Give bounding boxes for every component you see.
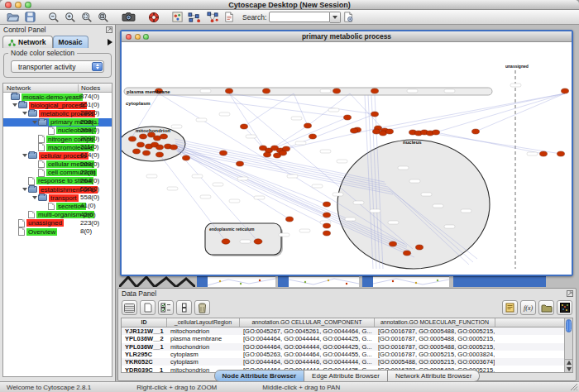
collapse-arrow-icon[interactable] <box>22 154 28 157</box>
cell-id: YJR121W__1 <box>122 327 167 335</box>
tree-row-response-to-stimulus[interactable]: response to stimul264(0) <box>3 177 112 185</box>
collapse-arrow-icon[interactable] <box>32 196 38 199</box>
unassigned-label: unassigned <box>505 64 529 69</box>
tree-row-nucleobase[interactable]: nucleobase-209(0) <box>3 127 112 135</box>
matrix-view-icon[interactable] <box>557 300 572 315</box>
vizmapper-icon[interactable] <box>170 10 185 24</box>
tree-row-cellular-process[interactable]: cellular process614(0) <box>3 151 112 160</box>
cell-region: plasma membrane <box>167 335 240 342</box>
network-file-icon <box>38 169 45 177</box>
network-canvas[interactable]: plasma membrane cytoplasm mitochondrion … <box>122 42 572 275</box>
view-zoom-button[interactable] <box>143 34 149 40</box>
select-all-attributes-icon[interactable] <box>158 300 174 315</box>
column-header-molecular-function[interactable]: annotation.GO MOLECULAR_FUNCTION <box>375 318 495 327</box>
table-vertical-scrollbar[interactable] <box>564 318 572 372</box>
background-window-fragment[interactable] <box>119 276 195 287</box>
tree-row-overview[interactable]: Overview8(0) <box>3 227 112 236</box>
attribute-notes-icon[interactable] <box>502 300 518 315</box>
delete-attribute-icon[interactable] <box>194 300 210 315</box>
tree-row-metabolic-process[interactable]: metabolic process280(0) <box>3 109 112 117</box>
background-window-fragment[interactable] <box>197 276 208 287</box>
tab-mosaic[interactable]: Mosaic <box>53 36 89 48</box>
app-resize-grip[interactable] <box>570 383 578 391</box>
background-window-fragment[interactable] <box>208 276 275 287</box>
new-attribute-icon[interactable] <box>140 300 156 315</box>
background-window-fragment[interactable] <box>373 276 449 287</box>
network-view-titlebar[interactable]: primary metabolic process <box>122 31 572 42</box>
background-window-fragment[interactable] <box>289 276 359 287</box>
tab-network[interactable]: Network <box>2 36 53 48</box>
control-panel-title: Control Panel <box>3 26 46 34</box>
background-window-fragment[interactable] <box>362 276 373 287</box>
window-titlebar[interactable]: Cytoscape Desktop (New Session) <box>0 0 579 10</box>
tree-row-cell-communication[interactable]: cell communicat22(0) <box>3 169 112 177</box>
float-panel-icon[interactable] <box>106 26 112 33</box>
search-options-dropdown[interactable] <box>330 12 341 23</box>
background-window-fragment[interactable] <box>278 276 289 287</box>
collapse-arrow-icon[interactable] <box>22 112 28 115</box>
layout-network-a-icon[interactable] <box>185 10 203 24</box>
node-color-select[interactable]: transporter activity <box>11 60 104 73</box>
import-attributes-icon[interactable] <box>538 300 554 315</box>
tab-network-attribute-browser[interactable]: Network Attribute Browser <box>388 370 480 381</box>
data-panel-title: Data Panel <box>122 289 156 298</box>
tree-row-cellular-metabolic[interactable]: cellular metabo209(0) <box>3 160 112 169</box>
view-minimize-button[interactable] <box>135 34 141 40</box>
table-row[interactable]: YJR121W__1mitochondrion[GO:0045267, GO:0… <box>122 327 572 335</box>
unselect-all-attributes-icon[interactable] <box>176 300 192 315</box>
save-session-icon[interactable] <box>22 10 38 24</box>
network-view-title: primary metabolic process <box>122 31 572 42</box>
tree-row-macromolecule[interactable]: macromolecule311(0) <box>3 143 112 151</box>
zoom-button[interactable] <box>25 2 31 8</box>
tree-row-unassigned[interactable]: unassigned223(0) <box>3 219 112 227</box>
zoom-out-icon[interactable] <box>45 10 62 24</box>
close-button[interactable] <box>5 2 12 8</box>
column-header-cellular-component[interactable]: annotation.GO CELLULAR_COMPONENT <box>240 318 375 327</box>
tree-label: unassigned <box>26 219 64 227</box>
view-close-button[interactable] <box>126 34 132 40</box>
tree-header[interactable]: Network Nodes <box>3 84 112 93</box>
session-settings-icon[interactable] <box>341 10 356 24</box>
cell-function: [GO:0016787, GO:0005488, GO:0005215, G..… <box>375 343 495 351</box>
layout-network-b-icon[interactable] <box>203 10 222 24</box>
tree-row-mosaic-demo-yeast[interactable]: mosaic-demo-yeast874(0) <box>3 93 112 101</box>
search-input[interactable] <box>269 12 330 22</box>
help-icon[interactable] <box>146 10 162 24</box>
scrollbar-thumb[interactable] <box>566 319 572 332</box>
network-file-icon <box>28 177 35 185</box>
table-row[interactable]: YPL036W__1mitochondrion[GO:0044464, GO:0… <box>122 343 572 351</box>
tree-row-establishment-localization[interactable]: establishment of lo558(0) <box>3 185 112 194</box>
select-attributes-icon[interactable] <box>122 300 137 315</box>
folder-icon <box>38 194 47 201</box>
tree-row-multi-organism[interactable]: multi-organism pro42(0) <box>3 211 112 219</box>
collapse-arrow-icon[interactable] <box>32 121 38 124</box>
background-window-fragment[interactable] <box>453 276 546 287</box>
annotations-icon[interactable] <box>222 10 237 24</box>
table-row[interactable]: YPL036W__2plasma membrane[GO:0044464, GO… <box>122 335 572 342</box>
collapse-arrow-icon[interactable] <box>12 103 18 107</box>
zoom-actual-size-icon[interactable] <box>95 10 112 24</box>
column-header-region[interactable]: _cellularLayoutRegion <box>167 318 240 327</box>
attribute-table-header[interactable]: ID _cellularLayoutRegion annotation.GO C… <box>122 318 572 327</box>
collapse-arrow-icon[interactable] <box>22 188 28 191</box>
column-header-id[interactable]: ID <box>122 318 167 327</box>
zoom-in-icon[interactable] <box>62 10 79 24</box>
tree-row-secretion[interactable]: secretion41(0) <box>3 202 112 210</box>
table-row[interactable]: YKR052Ccytoplasm[GO:0044464, GO:0044446,… <box>122 358 572 366</box>
snapshot-icon[interactable] <box>119 10 138 24</box>
tab-node-attribute-browser[interactable]: Node Attribute Browser <box>214 370 305 381</box>
open-network-icon[interactable] <box>4 10 22 24</box>
plasma-membrane-region[interactable] <box>124 88 492 95</box>
network-view-window: primary metabolic process <box>120 30 573 276</box>
formula-builder-icon[interactable]: f(x) <box>520 300 536 315</box>
float-panel-icon[interactable] <box>567 290 573 297</box>
minimize-button[interactable] <box>15 2 22 8</box>
zoom-selected-icon[interactable] <box>79 10 95 24</box>
table-row[interactable]: YLR295Ccytoplasm[GO:0045263, GO:0044464,… <box>122 351 572 358</box>
tree-row-primary-metabolic[interactable]: primary metabo209(... <box>3 118 112 127</box>
tab-edge-attribute-browser[interactable]: Edge Attribute Browser <box>304 370 388 381</box>
tree-row-biological-process[interactable]: biological_process651(0) <box>3 101 112 109</box>
more-tabs-arrow-icon[interactable] <box>108 39 112 45</box>
tree-row-transport[interactable]: transport558(0) <box>3 194 112 202</box>
tree-row-nitrogen-compound[interactable]: nitrogen compo209(0) <box>3 135 112 143</box>
